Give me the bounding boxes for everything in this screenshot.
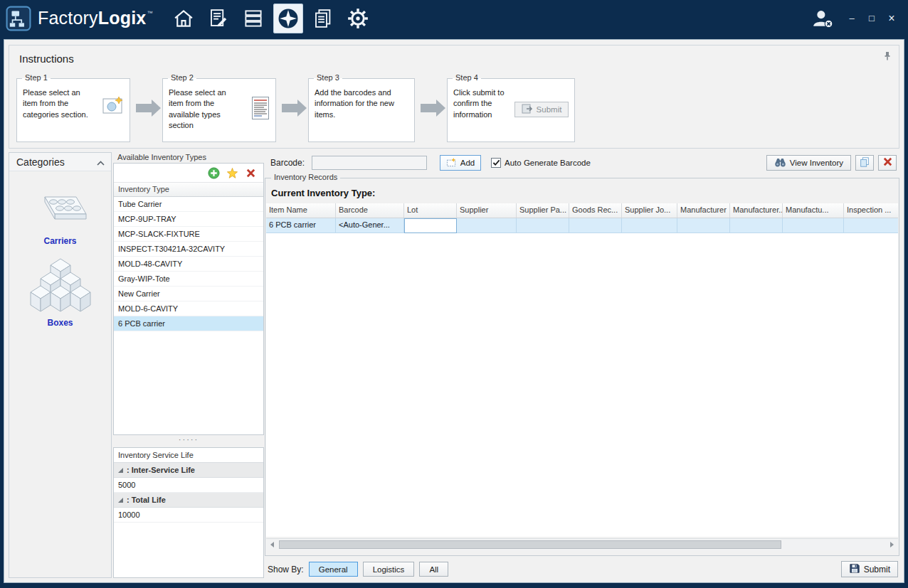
add-button[interactable]: Add — [440, 155, 481, 171]
instructions-panel: Instructions Step 1 Please select an ite… — [9, 45, 899, 149]
settings-gear-icon[interactable] — [343, 4, 373, 33]
cell-supplier-part[interactable] — [517, 218, 569, 233]
step-arrow-icon — [136, 104, 152, 112]
titlebar: FactoryLogix™ — [0, 0, 908, 36]
delete-record-button[interactable] — [878, 155, 897, 171]
cell-manufacturer[interactable] — [677, 218, 730, 233]
column-header-barcode[interactable]: Barcode — [336, 203, 404, 218]
cell-barcode[interactable]: <Auto-Gener... — [336, 218, 404, 233]
column-header-lot[interactable]: Lot — [404, 203, 457, 218]
binoculars-icon — [774, 157, 786, 169]
types-column-header[interactable]: Inventory Type — [114, 183, 263, 197]
auto-generate-label: Auto Generate Barcode — [505, 159, 591, 167]
home-icon[interactable] — [169, 4, 199, 33]
column-header-manufacturer-2[interactable]: Manufacturer... — [730, 203, 783, 218]
service-life-group-inter-label: : Inter-Service Life — [127, 466, 195, 474]
app-title: FactoryLogix™ — [38, 8, 153, 28]
cell-lot[interactable] — [404, 218, 457, 233]
cell-manufacturer-2[interactable] — [730, 218, 783, 233]
cell-supplier[interactable] — [457, 218, 517, 233]
column-header-item-name[interactable]: Item Name — [266, 203, 336, 218]
forms-icon[interactable] — [204, 4, 233, 33]
barcode-input[interactable] — [312, 156, 427, 170]
delete-type-icon[interactable] — [244, 166, 257, 179]
category-boxes[interactable]: Boxes — [9, 257, 111, 328]
documents-icon[interactable] — [308, 4, 338, 33]
collapse-chevron-icon[interactable] — [97, 156, 105, 168]
column-header-supplier-part[interactable]: Supplier Pa... — [517, 203, 569, 218]
step-submit-label: Submit — [537, 105, 562, 114]
show-by-label: Show By: — [268, 565, 304, 574]
type-row[interactable]: INSPECT-T30421A-32CAVITY — [114, 242, 263, 257]
auto-generate-checkbox[interactable] — [491, 158, 501, 168]
types-toolbar — [114, 164, 263, 183]
column-header-goods-received[interactable]: Goods Rec... — [569, 203, 622, 218]
cell-supplier-job[interactable] — [622, 218, 677, 233]
types-caption: Available Inventory Types — [117, 153, 206, 161]
inventory-types-panel: Available Inventory Types I — [113, 152, 265, 578]
type-row[interactable]: MOLD-48-CAVITY — [114, 257, 263, 272]
view-inventory-button[interactable]: View Inventory — [766, 155, 851, 171]
type-row[interactable]: MOLD-6-CAVITY — [114, 301, 263, 316]
step-4-box: Step 4 Click submit to confirm the infor… — [447, 78, 575, 142]
main-nav — [169, 4, 373, 33]
service-life-grid: Inventory Service Life : Inter-Service L… — [113, 447, 264, 578]
records-grid: Item Name Barcode Lot Supplier Supplier … — [266, 203, 898, 537]
copy-button[interactable] — [855, 155, 874, 171]
current-inventory-type-label: Current Inventory Type: — [271, 188, 375, 198]
pin-icon[interactable] — [883, 51, 892, 63]
show-by-all-button[interactable]: All — [419, 562, 448, 577]
submit-button[interactable]: Submit — [841, 561, 898, 577]
splitter-handle[interactable]: ····· — [113, 436, 264, 447]
new-type-star-icon[interactable] — [226, 166, 238, 179]
column-header-manufacturer[interactable]: Manufacturer — [677, 203, 730, 218]
carrier-tray-icon — [31, 190, 90, 233]
service-life-inter-value[interactable]: 5000 — [114, 478, 263, 493]
type-row[interactable]: Gray-WIP-Tote — [114, 272, 263, 287]
workspace: Barcode: Add Auto Generate Barcode — [265, 152, 899, 578]
service-life-total-value[interactable]: 10000 — [114, 508, 263, 523]
step-2-label: Step 2 — [168, 73, 196, 82]
column-header-supplier[interactable]: Supplier — [457, 203, 517, 218]
cell-inspection[interactable] — [844, 218, 898, 233]
category-carriers[interactable]: Carriers — [9, 190, 111, 246]
step-3-text: Add the barcodes and information for the… — [315, 87, 408, 120]
minimize-button[interactable]: – — [843, 11, 861, 26]
scroll-left-arrow-icon[interactable] — [266, 539, 278, 550]
type-row[interactable]: MCP-9UP-TRAY — [114, 212, 263, 227]
show-by-general-button[interactable]: General — [309, 562, 358, 577]
inventory-stack-icon[interactable] — [238, 4, 268, 33]
type-row[interactable]: MCP-SLACK-FIXTURE — [114, 227, 263, 242]
column-header-manufactu[interactable]: Manufactu... — [783, 203, 844, 218]
service-life-group-inter[interactable]: : Inter-Service Life — [114, 463, 263, 478]
instruction-steps: Step 1 Please select an item from the ca… — [16, 78, 575, 142]
cell-item-name[interactable]: 6 PCB carrier — [266, 218, 336, 233]
close-button[interactable]: × — [882, 11, 901, 26]
user-status-icon[interactable] — [811, 8, 834, 29]
column-header-inspection[interactable]: Inspection ... — [844, 203, 898, 218]
service-life-group-total[interactable]: : Total Life — [114, 493, 263, 508]
add-type-icon[interactable] — [207, 166, 220, 179]
service-life-header[interactable]: Inventory Service Life — [114, 448, 263, 463]
horizontal-scrollbar[interactable] — [266, 538, 898, 550]
scroll-right-arrow-icon[interactable] — [886, 539, 898, 550]
type-row[interactable]: New Carrier — [114, 287, 263, 301]
view-inventory-label: View Inventory — [790, 159, 843, 167]
type-row-selected[interactable]: 6 PCB carrier — [114, 316, 263, 331]
scrollbar-thumb[interactable] — [279, 540, 781, 549]
submit-form-icon — [522, 104, 533, 115]
type-row[interactable]: Tube Carrier — [114, 197, 263, 212]
cell-goods-received[interactable] — [569, 218, 622, 233]
column-header-supplier-job[interactable]: Supplier Jo... — [622, 203, 677, 218]
record-row[interactable]: 6 PCB carrier <Auto-Gener... — [266, 218, 898, 233]
show-by-logistics-button[interactable]: Logistics — [363, 562, 415, 577]
step-4-text: Click submit to confirm the information — [453, 87, 520, 120]
main-content: Instructions Step 1 Please select an ite… — [4, 39, 904, 583]
types-list-preview-icon — [251, 96, 270, 122]
maximize-button[interactable]: □ — [862, 11, 881, 26]
step-submit-button[interactable]: Submit — [514, 102, 569, 117]
categories-preview-icon — [102, 96, 124, 117]
step-arrow-icon — [421, 104, 436, 112]
cell-manufactu[interactable] — [783, 218, 844, 233]
dispatch-compass-icon[interactable] — [273, 4, 303, 33]
